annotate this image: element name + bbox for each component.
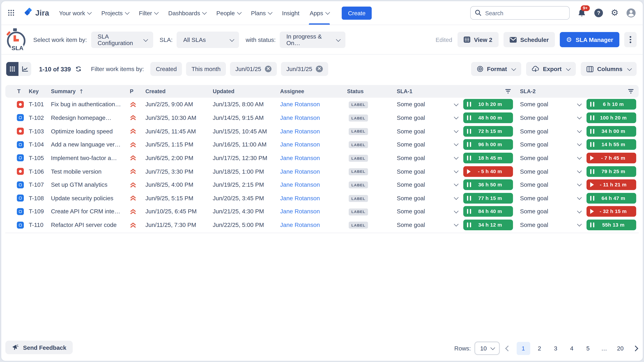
table-row[interactable]: T-108 Update security policies Jun/9/25,… <box>5 191 639 205</box>
chevron-down-icon[interactable] <box>577 222 582 226</box>
nav-item-apps[interactable]: Apps <box>310 1 329 25</box>
chevron-down-icon[interactable] <box>454 182 458 186</box>
grid-view-toggle[interactable] <box>6 62 18 76</box>
col-summary[interactable]: Summary ↑ <box>51 88 130 94</box>
col-updated[interactable]: Updated <box>213 88 280 94</box>
col-sla1[interactable]: SLA-1 <box>397 88 520 94</box>
chevron-down-icon[interactable] <box>577 115 582 119</box>
table-row[interactable]: T-105 Implement two-factor a… Jun/6/25, … <box>5 151 639 165</box>
scheduler-button[interactable]: Scheduler <box>504 32 555 47</box>
assignee-link[interactable]: Jane Rotanson <box>280 141 320 148</box>
chevron-down-icon[interactable] <box>454 128 458 133</box>
sla-dropdown[interactable]: All SLAs <box>177 31 239 48</box>
col-key[interactable]: Key <box>29 88 51 94</box>
export-button[interactable]: Export <box>526 62 576 76</box>
chip-created[interactable]: Created <box>150 62 182 76</box>
assignee-link[interactable]: Jane Rotanson <box>280 155 320 161</box>
assignee-link[interactable]: Jane Rotanson <box>280 128 320 134</box>
filter-funnel-icon[interactable] <box>628 88 634 94</box>
chevron-down-icon[interactable] <box>454 168 458 173</box>
refresh-button[interactable] <box>75 66 82 72</box>
remove-chip-icon[interactable]: ✕ <box>265 65 272 72</box>
chevron-down-icon[interactable] <box>577 101 582 106</box>
chevron-down-icon[interactable] <box>454 101 458 106</box>
sort-ascending-icon[interactable]: ↑ <box>79 88 84 94</box>
assignee-link[interactable]: Jane Rotanson <box>280 182 320 188</box>
page-20[interactable]: 20 <box>614 342 627 355</box>
nav-item-projects[interactable]: Projects <box>101 1 129 25</box>
chevron-down-icon[interactable] <box>577 155 582 159</box>
rows-per-page-select[interactable]: 10 <box>474 342 500 355</box>
chevron-down-icon[interactable] <box>577 182 582 186</box>
chart-view-toggle[interactable] <box>18 62 31 76</box>
table-row[interactable]: T-107 Set up GTM analytics Jun/8/25, 4:0… <box>5 178 639 191</box>
format-button[interactable]: Format <box>471 62 521 76</box>
assignee-link[interactable]: Jane Rotanson <box>280 208 320 215</box>
sla2-timer: 79 h 25 m <box>586 166 636 177</box>
nav-item-filter[interactable]: Filter <box>139 1 158 25</box>
chevron-down-icon[interactable] <box>454 222 458 226</box>
app-switcher-icon[interactable] <box>8 10 14 16</box>
search-input[interactable] <box>470 6 570 20</box>
assignee-link[interactable]: Jane Rotanson <box>280 114 320 121</box>
chevron-down-icon[interactable] <box>454 155 458 159</box>
table-row[interactable]: T-103 Optimize loading speed Jun/4/25, 1… <box>5 124 639 138</box>
view-2-button[interactable]: View 2 <box>458 32 498 47</box>
nav-item-insight[interactable]: Insight <box>282 1 299 25</box>
chevron-down-icon[interactable] <box>454 142 458 146</box>
help-button[interactable]: ? <box>594 8 603 17</box>
assignee-link[interactable]: Jane Rotanson <box>280 168 320 175</box>
sla-manager-button[interactable]: ⚙ SLA Manager <box>560 32 619 47</box>
remove-chip-icon[interactable]: ✕ <box>316 65 323 72</box>
table-row[interactable]: T-102 Redesign homepage… Jun/3/25, 10:30… <box>5 111 639 124</box>
chip-date-to[interactable]: Jun/31/25✕ <box>281 62 328 76</box>
chip-date-from[interactable]: Jun/01/25✕ <box>230 62 277 76</box>
prev-page-button[interactable] <box>505 346 511 351</box>
col-priority[interactable]: P <box>130 88 146 94</box>
next-page-button[interactable] <box>632 346 638 351</box>
table-row[interactable]: T-104 Add a new language ver… Jun/5/25, … <box>5 138 639 151</box>
assignee-link[interactable]: Jane Rotanson <box>280 195 320 201</box>
page-1[interactable]: 1 <box>516 342 530 355</box>
more-options-button[interactable] <box>624 32 636 47</box>
chevron-down-icon[interactable] <box>577 128 582 133</box>
chevron-down-icon[interactable] <box>454 115 458 119</box>
table-row[interactable]: T-101 Fix bug in authentication… Jun/2/2… <box>5 98 639 111</box>
sla1-goal: Some goal <box>397 208 425 215</box>
table-row[interactable]: T-109 Create API for CRM inte… Jun/10/25… <box>5 205 639 218</box>
chevron-down-icon[interactable] <box>454 209 458 213</box>
page-2[interactable]: 2 <box>533 342 546 355</box>
chip-this-month[interactable]: This month <box>186 62 226 76</box>
col-created[interactable]: Created <box>146 88 213 94</box>
col-assignee[interactable]: Assignee <box>280 88 347 94</box>
col-sla2[interactable]: SLA-2 <box>520 88 636 94</box>
assignee-link[interactable]: Jane Rotanson <box>280 101 320 108</box>
avatar[interactable] <box>626 8 636 17</box>
columns-button[interactable]: Columns <box>581 62 636 76</box>
assignee-link[interactable]: Jane Rotanson <box>280 222 320 228</box>
chevron-down-icon[interactable] <box>577 168 582 173</box>
col-type[interactable]: T <box>13 88 29 94</box>
chevron-down-icon[interactable] <box>577 209 582 213</box>
col-status[interactable]: Status <box>347 88 397 94</box>
jira-logo[interactable]: Jira <box>23 8 49 18</box>
nav-item-dashboards[interactable]: Dashboards <box>168 1 206 25</box>
page-5[interactable]: 5 <box>581 342 595 355</box>
page-3[interactable]: 3 <box>549 342 562 355</box>
nav-item-plans[interactable]: Plans <box>251 1 272 25</box>
table-row[interactable]: T-110 Refactor API server code Jun/11/25… <box>5 218 639 232</box>
page-4[interactable]: 4 <box>565 342 578 355</box>
nav-item-your-work[interactable]: Your work <box>59 1 91 25</box>
notifications-button[interactable]: 9+ <box>578 8 587 17</box>
table-row[interactable]: T-106 Test mobile version Jun/7/25, 3:30… <box>5 165 639 178</box>
status-dropdown[interactable]: In progress & On… <box>280 31 346 48</box>
work-item-dropdown[interactable]: SLA Configuration <box>91 31 153 48</box>
create-button[interactable]: Create <box>342 6 372 19</box>
chevron-down-icon[interactable] <box>454 195 458 199</box>
send-feedback-button[interactable]: Send Feedback <box>5 341 72 354</box>
chevron-down-icon[interactable] <box>577 195 582 199</box>
filter-funnel-icon[interactable] <box>505 88 511 94</box>
settings-gear-icon[interactable]: ⚙ <box>611 8 618 17</box>
nav-item-people[interactable]: People <box>216 1 241 25</box>
chevron-down-icon[interactable] <box>577 142 582 146</box>
